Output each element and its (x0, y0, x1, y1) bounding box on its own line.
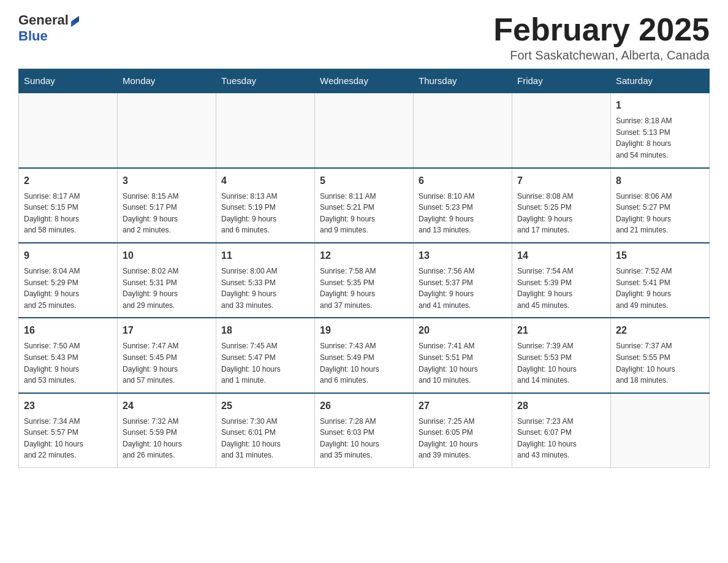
day-info: Sunrise: 7:52 AM Sunset: 5:41 PM Dayligh… (616, 266, 704, 311)
weekday-header-saturday: Saturday (611, 69, 710, 93)
week-row-1: 1Sunrise: 8:18 AM Sunset: 5:13 PM Daylig… (19, 93, 710, 167)
month-title: February 2025 (493, 12, 710, 47)
calendar-cell: 19Sunrise: 7:43 AM Sunset: 5:49 PM Dayli… (315, 318, 414, 393)
calendar-cell: 24Sunrise: 7:32 AM Sunset: 5:59 PM Dayli… (118, 393, 216, 468)
day-number: 18 (221, 323, 309, 338)
week-row-2: 2Sunrise: 8:17 AM Sunset: 5:15 PM Daylig… (19, 168, 710, 243)
calendar-cell: 17Sunrise: 7:47 AM Sunset: 5:45 PM Dayli… (118, 318, 216, 393)
day-info: Sunrise: 8:08 AM Sunset: 5:25 PM Dayligh… (517, 191, 605, 236)
calendar-cell: 6Sunrise: 8:10 AM Sunset: 5:23 PM Daylig… (414, 168, 512, 243)
weekday-header-tuesday: Tuesday (216, 69, 315, 93)
calendar-cell: 26Sunrise: 7:28 AM Sunset: 6:03 PM Dayli… (315, 393, 414, 468)
calendar-cell: 14Sunrise: 7:54 AM Sunset: 5:39 PM Dayli… (512, 243, 611, 318)
day-number: 3 (123, 174, 211, 188)
calendar-cell: 7Sunrise: 8:08 AM Sunset: 5:25 PM Daylig… (512, 168, 611, 243)
day-number: 10 (123, 248, 211, 263)
day-info: Sunrise: 7:56 AM Sunset: 5:37 PM Dayligh… (419, 266, 507, 311)
day-number: 23 (24, 399, 112, 413)
day-number: 1 (616, 98, 704, 113)
title-block: February 2025 Fort Saskatchewan, Alberta… (493, 12, 710, 63)
day-info: Sunrise: 7:41 AM Sunset: 5:51 PM Dayligh… (419, 340, 507, 386)
day-info: Sunrise: 7:47 AM Sunset: 5:45 PM Dayligh… (123, 340, 211, 386)
calendar-cell: 28Sunrise: 7:23 AM Sunset: 6:07 PM Dayli… (512, 393, 611, 468)
day-number: 20 (419, 323, 507, 338)
day-info: Sunrise: 8:18 AM Sunset: 5:13 PM Dayligh… (616, 115, 704, 161)
day-info: Sunrise: 7:34 AM Sunset: 5:57 PM Dayligh… (24, 416, 112, 461)
day-info: Sunrise: 7:54 AM Sunset: 5:39 PM Dayligh… (517, 266, 605, 311)
day-number: 5 (320, 174, 408, 188)
day-number: 6 (419, 174, 507, 188)
day-info: Sunrise: 8:17 AM Sunset: 5:15 PM Dayligh… (24, 191, 112, 236)
week-row-5: 23Sunrise: 7:34 AM Sunset: 5:57 PM Dayli… (19, 393, 710, 468)
week-row-3: 9Sunrise: 8:04 AM Sunset: 5:29 PM Daylig… (19, 243, 710, 318)
day-info: Sunrise: 8:04 AM Sunset: 5:29 PM Dayligh… (24, 266, 112, 311)
weekday-header-sunday: Sunday (19, 69, 118, 93)
calendar-cell: 4Sunrise: 8:13 AM Sunset: 5:19 PM Daylig… (216, 168, 315, 243)
calendar-cell (118, 93, 216, 167)
calendar-cell: 11Sunrise: 8:00 AM Sunset: 5:33 PM Dayli… (216, 243, 315, 318)
calendar-cell: 2Sunrise: 8:17 AM Sunset: 5:15 PM Daylig… (19, 168, 118, 243)
calendar-cell: 21Sunrise: 7:39 AM Sunset: 5:53 PM Dayli… (512, 318, 611, 393)
calendar-cell: 16Sunrise: 7:50 AM Sunset: 5:43 PM Dayli… (19, 318, 118, 393)
calendar-cell: 3Sunrise: 8:15 AM Sunset: 5:17 PM Daylig… (118, 168, 216, 243)
calendar-cell: 27Sunrise: 7:25 AM Sunset: 6:05 PM Dayli… (414, 393, 512, 468)
day-number: 16 (24, 323, 112, 338)
day-number: 27 (419, 399, 507, 413)
day-number: 13 (419, 248, 507, 263)
location-text: Fort Saskatchewan, Alberta, Canada (493, 48, 710, 63)
day-info: Sunrise: 8:00 AM Sunset: 5:33 PM Dayligh… (221, 266, 309, 311)
day-number: 28 (517, 399, 605, 413)
day-info: Sunrise: 7:28 AM Sunset: 6:03 PM Dayligh… (320, 416, 408, 461)
day-info: Sunrise: 8:15 AM Sunset: 5:17 PM Dayligh… (123, 191, 211, 236)
day-info: Sunrise: 8:11 AM Sunset: 5:21 PM Dayligh… (320, 191, 408, 236)
weekday-header-row: SundayMondayTuesdayWednesdayThursdayFrid… (19, 69, 710, 93)
calendar-cell: 5Sunrise: 8:11 AM Sunset: 5:21 PM Daylig… (315, 168, 414, 243)
day-info: Sunrise: 8:10 AM Sunset: 5:23 PM Dayligh… (419, 191, 507, 236)
day-number: 14 (517, 248, 605, 263)
calendar-cell: 8Sunrise: 8:06 AM Sunset: 5:27 PM Daylig… (611, 168, 710, 243)
calendar-cell: 25Sunrise: 7:30 AM Sunset: 6:01 PM Dayli… (216, 393, 315, 468)
day-number: 12 (320, 248, 408, 263)
calendar-cell: 22Sunrise: 7:37 AM Sunset: 5:55 PM Dayli… (611, 318, 710, 393)
calendar-cell: 1Sunrise: 8:18 AM Sunset: 5:13 PM Daylig… (611, 93, 710, 167)
calendar-cell (216, 93, 315, 167)
day-number: 24 (123, 399, 211, 413)
calendar-cell: 12Sunrise: 7:58 AM Sunset: 5:35 PM Dayli… (315, 243, 414, 318)
calendar-cell (414, 93, 512, 167)
day-number: 8 (616, 174, 704, 188)
weekday-header-friday: Friday (512, 69, 611, 93)
day-info: Sunrise: 7:39 AM Sunset: 5:53 PM Dayligh… (517, 340, 605, 386)
calendar-cell: 9Sunrise: 8:04 AM Sunset: 5:29 PM Daylig… (19, 243, 118, 318)
day-info: Sunrise: 7:25 AM Sunset: 6:05 PM Dayligh… (419, 416, 507, 461)
day-number: 22 (616, 323, 704, 338)
calendar-cell (611, 393, 710, 468)
calendar-table: SundayMondayTuesdayWednesdayThursdayFrid… (18, 69, 710, 468)
calendar-cell: 10Sunrise: 8:02 AM Sunset: 5:31 PM Dayli… (118, 243, 216, 318)
day-number: 7 (517, 174, 605, 188)
calendar-cell: 15Sunrise: 7:52 AM Sunset: 5:41 PM Dayli… (611, 243, 710, 318)
day-number: 21 (517, 323, 605, 338)
day-number: 9 (24, 248, 112, 263)
day-info: Sunrise: 7:58 AM Sunset: 5:35 PM Dayligh… (320, 266, 408, 311)
day-info: Sunrise: 8:06 AM Sunset: 5:27 PM Dayligh… (616, 191, 704, 236)
calendar-cell (315, 93, 414, 167)
day-number: 26 (320, 399, 408, 413)
day-number: 25 (221, 399, 309, 413)
day-number: 15 (616, 248, 704, 263)
day-info: Sunrise: 7:32 AM Sunset: 5:59 PM Dayligh… (123, 416, 211, 461)
logo-blue-text: Blue (18, 28, 48, 44)
calendar-header: SundayMondayTuesdayWednesdayThursdayFrid… (19, 69, 710, 93)
day-info: Sunrise: 7:43 AM Sunset: 5:49 PM Dayligh… (320, 340, 408, 386)
calendar-body: 1Sunrise: 8:18 AM Sunset: 5:13 PM Daylig… (19, 93, 710, 467)
day-info: Sunrise: 8:02 AM Sunset: 5:31 PM Dayligh… (123, 266, 211, 311)
calendar-cell: 23Sunrise: 7:34 AM Sunset: 5:57 PM Dayli… (19, 393, 118, 468)
weekday-header-thursday: Thursday (414, 69, 512, 93)
day-info: Sunrise: 7:30 AM Sunset: 6:01 PM Dayligh… (221, 416, 309, 461)
day-info: Sunrise: 7:23 AM Sunset: 6:07 PM Dayligh… (517, 416, 605, 461)
weekday-header-monday: Monday (118, 69, 216, 93)
day-number: 2 (24, 174, 112, 188)
day-number: 19 (320, 323, 408, 338)
calendar-cell (19, 93, 118, 167)
day-info: Sunrise: 7:37 AM Sunset: 5:55 PM Dayligh… (616, 340, 704, 386)
page-header: General Blue February 2025 Fort Saskatch… (18, 12, 710, 63)
